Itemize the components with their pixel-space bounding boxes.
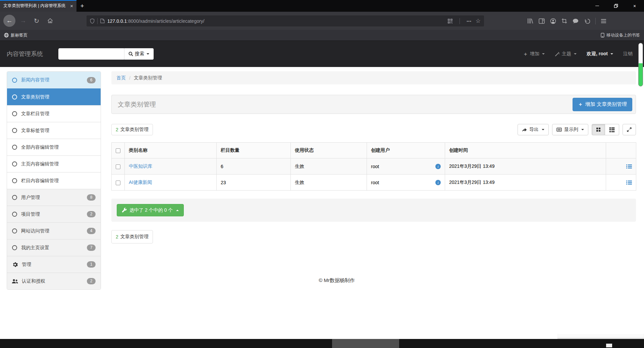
grid-3x3-icon [609,127,614,132]
window-close-button[interactable]: × [625,0,644,12]
record-link[interactable]: 中医知识库 [129,163,152,169]
fullscreen-button[interactable] [623,124,636,135]
chevron-down-icon [542,53,545,55]
cell-user: rooti [367,158,445,175]
home-button[interactable] [44,15,56,26]
navbar-add-menu[interactable]: ＋ 增加 [523,51,545,57]
tab-close-icon[interactable]: × [70,3,73,9]
column-header-user[interactable]: 创建用户 [367,143,445,158]
result-count: 2 [116,234,118,239]
window-minimize-button[interactable] [588,0,606,12]
row-details-button[interactable] [610,164,632,169]
search-button[interactable]: 搜索 [124,48,154,60]
app-navbar: 内容管理系统 搜索 ＋ 增加 主题 欢迎, root [0,41,644,67]
sidebar-item-article-tag[interactable]: 文章标签管理 [7,122,101,139]
chat-icon[interactable] [573,18,579,24]
browser-tab-active[interactable]: 文章类别管理列表 | 内容管理系统 × [0,0,76,12]
sidebar-item-project-management[interactable]: 项目管理 2 [7,206,101,222]
sidebar-item-column-content-edit[interactable]: 栏目内容编辑管理 [7,172,101,189]
cell-status: 生效 [291,158,367,175]
menu-icon[interactable] [601,19,606,23]
library-icon[interactable] [527,18,533,24]
toolbar-divider [595,18,596,24]
back-button[interactable]: ← [3,15,15,27]
circle-icon [12,111,17,116]
sidebar-item-my-homepage-settings[interactable]: 我的主页设置 7 [7,239,101,256]
sidebar-badge: 2 [87,278,96,284]
sidebar-item-auth[interactable]: 认证和授权 2 [7,273,101,289]
bookmark-mobile-folder[interactable]: 移动设备上的书签 [601,32,640,38]
sidebar-item-user-management[interactable]: 用户管理 8 [7,189,101,206]
sidebar-item-label: 新闻内容管理 [21,77,49,83]
select-all-checkbox[interactable] [116,148,120,153]
search-input[interactable] [58,48,124,60]
url-bar[interactable]: 127.0.0.1:8000/xadmin/articles/articleca… [87,15,484,26]
chevron-down-icon [147,53,149,55]
circle-icon [12,94,17,99]
breadcrumb-home-link[interactable]: 首页 [116,75,126,81]
sidebar-item-news-content[interactable]: 新闻内容管理 6 [7,72,101,88]
bottom-bar-highlight [606,344,612,347]
sidebar-item-site-visit-management[interactable]: 网站访问管理 4 [7,222,101,239]
sidebar-item-label: 栏目内容编辑管理 [21,178,59,184]
bulk-actions-button[interactable]: 选中了 2 个中的 0 个 [117,204,184,216]
column-header-time[interactable]: 创建时间 [445,143,606,158]
sidebar-item-all-content-edit[interactable]: 全部内容编辑管理 [7,139,101,155]
cell-status: 生效 [291,175,367,191]
sidebar-item-admin[interactable]: 管理 1 [7,256,101,273]
bookmark-new-tab[interactable]: 新标签页 [4,32,28,38]
panel-heading: 文章类别管理 ＋ 增加 文章类别管理 [111,95,636,114]
row-checkbox[interactable] [116,164,120,169]
select-all-cell [112,143,125,158]
qr-code-icon[interactable] [447,18,453,24]
bookmark-star-icon[interactable]: ☆ [476,17,481,24]
page-actions-icon[interactable]: ••• [467,19,472,23]
app-brand[interactable]: 内容管理系统 [7,50,43,58]
window-restore-button[interactable] [606,0,625,12]
columns-label: 显示列 [564,127,578,133]
sidebar-item-article-column[interactable]: 文章栏目管理 [7,105,101,122]
column-header-status[interactable]: 使用状态 [291,143,367,158]
shield-icon[interactable] [90,18,95,24]
navbar-theme-menu[interactable]: 主题 [555,51,577,57]
sidebars-icon[interactable] [539,18,545,24]
layout-grid-button[interactable] [592,124,605,135]
navbar-add-label: 增加 [530,51,539,57]
sidebar-item-home-content-edit[interactable]: 主页内容编辑管理 [7,155,101,172]
export-button[interactable]: 导出 [518,124,549,135]
row-checkbox[interactable] [116,181,120,185]
chevron-down-icon [542,129,544,130]
column-header-actions [606,143,636,158]
forward-button[interactable]: → [17,15,29,26]
navbar-logout-link[interactable]: 注销 [623,51,633,57]
bottom-bar-segment [332,339,399,348]
url-text[interactable]: 127.0.0.1:8000/xadmin/articles/articleca… [107,18,447,24]
breadcrumb-separator: / [129,75,130,81]
new-tab-button[interactable]: + [76,0,88,12]
column-header-name[interactable]: 类别名称 [125,143,217,158]
page-icon[interactable] [100,18,105,23]
info-icon[interactable]: i [435,164,441,169]
info-icon[interactable]: i [435,180,441,185]
home-icon [47,18,53,23]
account-icon[interactable] [550,18,556,24]
list-icon [626,180,632,185]
row-select-cell [112,158,125,175]
reload-button[interactable]: ↻ [31,15,42,26]
sidebar-item-article-category[interactable]: 文章类别管理 [7,88,101,105]
expand-icon [627,127,632,132]
navbar-user-menu[interactable]: 欢迎, root [587,51,613,57]
row-details-button[interactable] [610,180,632,185]
scrollbar-thumb[interactable] [638,43,643,86]
sidebar-item-label: 项目管理 [21,211,40,217]
add-record-button[interactable]: ＋ 增加 文章类别管理 [573,98,632,111]
undo-icon[interactable] [584,18,590,24]
record-link[interactable]: AI健康新闻 [129,180,152,185]
screenshot-icon[interactable] [561,18,567,24]
layout-thumbnails-button[interactable] [605,124,619,135]
toolbar-right-icons [527,15,606,26]
chevron-up-icon [176,210,179,211]
result-count: 2 [116,127,118,132]
columns-button[interactable]: 显示列 [552,124,588,135]
page-title: 文章类别管理 [118,100,156,109]
